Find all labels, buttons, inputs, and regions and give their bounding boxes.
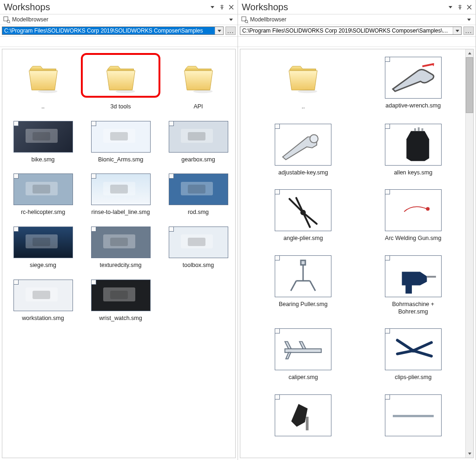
item-label: caliper.smg — [289, 374, 318, 381]
svg-point-14 — [411, 349, 415, 353]
file-item[interactable]: Bohrmaschine + Bohrer.smg — [364, 255, 463, 315]
smg-thumbnail — [91, 280, 151, 311]
smg-thumbnail — [169, 173, 228, 205]
file-item[interactable]: bike.smg — [6, 121, 80, 164]
item-label: Bionic_Arms.smg — [98, 156, 143, 164]
item-label: toolbox.smg — [183, 262, 214, 269]
right-item-grid: .. adaptive-wrench.smg adjustable-key.sm… — [240, 49, 473, 458]
smg-thumbnail — [13, 173, 73, 205]
left-content-wrap: .. 3d tools API bike.smg Bio — [2, 49, 236, 458]
smg-thumbnail — [13, 280, 73, 311]
right-scrollbar[interactable] — [465, 49, 473, 458]
item-label: .. — [41, 103, 45, 111]
svg-point-9 — [301, 211, 305, 214]
file-item[interactable]: adaptive-wrench.smg — [364, 57, 463, 111]
left-item-grid: .. 3d tools API bike.smg Bio — [2, 49, 235, 458]
right-path-browse-button[interactable]: ... — [463, 27, 474, 35]
right-path-combo[interactable]: C:\Program Files\SOLIDWORKS Corp 2019\SO… — [240, 27, 462, 35]
item-label: angle-plier.smg — [284, 235, 323, 242]
folder-item[interactable]: 3d tools — [84, 57, 158, 111]
left-panel-menu-button[interactable] — [209, 4, 216, 11]
svg-point-10 — [426, 207, 429, 210]
svg-point-4 — [193, 90, 212, 93]
svg-point-8 — [310, 134, 318, 143]
left-filter-strip — [0, 37, 238, 47]
file-item[interactable]: siege.smg — [6, 227, 80, 269]
file-item[interactable]: rc-helicopter.smg — [6, 173, 80, 216]
file-item[interactable]: allen keys.smg — [364, 124, 463, 177]
left-title-bar: Workshops — [0, 0, 238, 14]
item-label: workstation.smg — [22, 315, 64, 322]
scroll-up-button[interactable] — [466, 49, 473, 57]
left-path-input[interactable]: C:\Program Files\SOLIDWORKS Corp 2019\SO… — [2, 27, 215, 34]
file-item[interactable]: texturedcity.smg — [84, 227, 158, 269]
file-item[interactable]: caliper.smg — [254, 328, 352, 381]
file-item[interactable] — [364, 394, 463, 440]
scroll-down-button[interactable] — [466, 450, 473, 458]
folder-item[interactable]: .. — [254, 57, 352, 111]
left-path-dropdown[interactable] — [215, 27, 223, 34]
right-filter-strip — [238, 37, 476, 47]
file-item[interactable]: wrist_watch.smg — [84, 280, 158, 322]
bearing-puller-thumbnail — [275, 255, 331, 297]
welding-thumbnail — [385, 189, 442, 231]
left-path-combo[interactable]: C:\Program Files\SOLIDWORKS Corp 2019\SO… — [2, 27, 224, 35]
left-subheader-label: Modellbrowser — [12, 16, 227, 23]
scroll-track[interactable] — [466, 113, 473, 450]
screwdriver-partial-thumbnail — [275, 394, 331, 436]
smg-thumbnail — [169, 121, 228, 153]
file-item[interactable] — [254, 394, 352, 440]
smg-thumbnail — [13, 227, 73, 258]
adjustable-key-thumbnail — [275, 124, 331, 166]
right-subheader-dropdown[interactable] — [465, 16, 473, 23]
file-item[interactable]: Bearing Puller.smg — [254, 255, 352, 315]
smg-thumbnail — [91, 173, 151, 205]
folder-item[interactable]: API — [161, 57, 235, 111]
allen-keys-thumbnail — [385, 124, 442, 166]
bar-partial-thumbnail — [385, 394, 442, 436]
file-item[interactable]: workstation.smg — [6, 280, 80, 322]
file-item[interactable]: gearbox.smg — [161, 121, 235, 164]
folder-icon — [22, 57, 65, 100]
right-path-bar: C:\Program Files\SOLIDWORKS Corp 2019\SO… — [238, 25, 476, 37]
file-item[interactable]: rinse-to-label_line.smg — [84, 173, 158, 216]
item-label: gearbox.smg — [181, 156, 215, 164]
folder-icon — [177, 57, 220, 100]
file-item[interactable]: Arc Welding Gun.smg — [364, 189, 463, 242]
left-path-browse-button[interactable]: ... — [225, 27, 236, 35]
item-label: clips-plier.smg — [395, 374, 431, 381]
folder-item[interactable]: .. — [6, 57, 80, 111]
right-path-input[interactable]: C:\Program Files\SOLIDWORKS Corp 2019\SO… — [240, 27, 453, 34]
smg-thumbnail — [91, 227, 151, 258]
file-item[interactable]: toolbox.smg — [161, 227, 235, 269]
close-icon[interactable] — [465, 4, 473, 11]
scroll-thumb[interactable] — [466, 57, 473, 113]
caliper-thumbnail — [275, 328, 331, 370]
svg-rect-12 — [427, 276, 436, 278]
file-item[interactable]: Bionic_Arms.smg — [84, 121, 158, 164]
item-label: 3d tools — [111, 103, 131, 111]
svg-rect-11 — [301, 260, 305, 265]
right-path-dropdown[interactable] — [453, 27, 461, 34]
item-label: Bohrmaschine + Bohrer.smg — [378, 301, 448, 315]
item-label: adjustable-key.smg — [278, 169, 328, 177]
item-label: texturedcity.smg — [99, 262, 141, 269]
file-item[interactable]: clips-plier.smg — [364, 328, 463, 381]
pin-icon[interactable] — [456, 4, 463, 11]
smg-thumbnail — [169, 227, 228, 258]
right-panel-menu-button[interactable] — [447, 4, 454, 11]
close-icon[interactable] — [227, 4, 235, 11]
modellbrowser-icon — [241, 16, 248, 23]
modellbrowser-icon — [3, 16, 10, 23]
file-item[interactable]: rod.smg — [161, 173, 235, 216]
pin-icon[interactable] — [218, 4, 225, 11]
file-item[interactable]: adjustable-key.smg — [254, 124, 352, 177]
left-subheader-dropdown[interactable] — [227, 16, 235, 23]
file-item[interactable]: angle-plier.smg — [254, 189, 352, 242]
item-label: rinse-to-label_line.smg — [92, 209, 150, 216]
clips-plier-thumbnail — [385, 328, 442, 370]
right-panel: Workshops Modellbrowser C:\Program Files… — [238, 0, 476, 460]
item-label: rc-helicopter.smg — [21, 209, 65, 216]
right-panel-title: Workshops — [242, 2, 445, 13]
drill-thumbnail — [385, 255, 442, 297]
